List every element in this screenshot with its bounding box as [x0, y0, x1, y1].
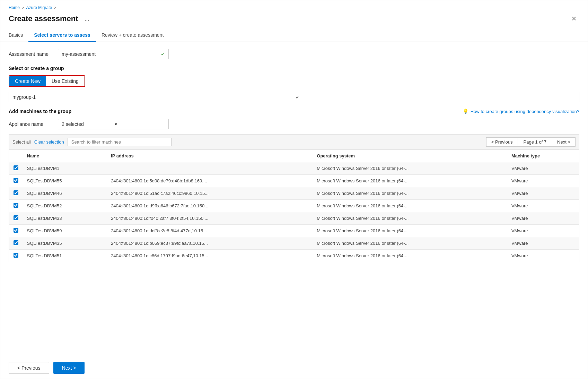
- row-checkbox[interactable]: [14, 178, 18, 183]
- row-type: VMware: [507, 225, 579, 237]
- row-os: Microsoft Windows Server 2016 or later (…: [313, 162, 507, 175]
- select-all-label[interactable]: Select all: [12, 139, 31, 145]
- row-checkbox[interactable]: [14, 165, 18, 170]
- ellipsis-button[interactable]: ...: [82, 15, 92, 23]
- group-name-value: mygroup-1: [12, 94, 293, 100]
- table-row: SQLTestDBVM552404:f801:4800:1c:5d08:de79…: [9, 175, 579, 187]
- help-link-text: How to create groups using dependency vi…: [471, 109, 579, 114]
- table-row: SQLTestDBVM592404:f801:4800:1c:dcf3:e2e8…: [9, 225, 579, 237]
- row-checkbox[interactable]: [14, 240, 18, 245]
- row-ip: 2404:f801:4800:1c:5d08:de79:d48b:1db8,16…: [107, 175, 313, 187]
- appliance-selected-value: 2 selected: [62, 121, 112, 127]
- page-title: Create assessment: [9, 14, 78, 23]
- row-checkbox-cell: [9, 225, 23, 237]
- assessment-name-row: Assessment name ✓: [9, 49, 579, 59]
- tab-basics[interactable]: Basics: [9, 29, 28, 42]
- breadcrumb-azure-migrate[interactable]: Azure Migrate: [26, 5, 52, 10]
- tabs-container: Basics Select servers to assess Review +…: [0, 29, 588, 42]
- row-os: Microsoft Windows Server 2016 or later (…: [313, 237, 507, 250]
- col-name: Name: [23, 150, 107, 162]
- prev-page-button[interactable]: < Previous: [486, 137, 518, 147]
- table-row: SQLTestDBVM462404:f801:4800:1c:51ac:c7a2…: [9, 187, 579, 200]
- row-os: Microsoft Windows Server 2016 or later (…: [313, 175, 507, 187]
- assessment-name-input[interactable]: [62, 51, 158, 57]
- row-ip: 2404:f801:4800:1c:c86d:1797:f9ad:6e47,10…: [107, 250, 313, 262]
- page-header: Create assessment ... ✕: [0, 11, 588, 29]
- row-ip: [107, 162, 313, 175]
- help-link[interactable]: 💡 How to create groups using dependency …: [463, 109, 579, 114]
- row-name: SQLTestDBVM46: [23, 187, 107, 200]
- appliance-label: Appliance name: [9, 121, 54, 127]
- col-type: Machine type: [507, 150, 579, 162]
- main-content: Assessment name ✓ Select or create a gro…: [0, 42, 588, 357]
- row-type: VMware: [507, 162, 579, 175]
- search-filter-input[interactable]: [68, 138, 172, 146]
- tab-select-servers[interactable]: Select servers to assess: [28, 29, 96, 42]
- row-name: SQLTestDBVM33: [23, 212, 107, 225]
- table-header-row: Name IP address Operating system Machine…: [9, 150, 579, 162]
- appliance-dropdown[interactable]: 2 selected ▾: [58, 119, 169, 129]
- group-name-check-icon: ✓: [296, 94, 576, 100]
- row-type: VMware: [507, 212, 579, 225]
- row-ip: 2404:f801:4800:1c:d9ff:a646:b672:7fae,10…: [107, 200, 313, 212]
- breadcrumb-sep1: >: [22, 6, 24, 10]
- row-os: Microsoft Windows Server 2016 or later (…: [313, 225, 507, 237]
- breadcrumb-sep2: >: [54, 6, 56, 10]
- use-existing-button[interactable]: Use Existing: [46, 76, 85, 86]
- tab-review[interactable]: Review + create assessment: [96, 29, 169, 42]
- table-row: SQLTestDBVM1Microsoft Windows Server 201…: [9, 162, 579, 175]
- row-checkbox-cell: [9, 250, 23, 262]
- row-os: Microsoft Windows Server 2016 or later (…: [313, 187, 507, 200]
- table-toolbar: Select all Clear selection < Previous Pa…: [9, 134, 579, 149]
- table-row: SQLTestDBVM352404:f801:4800:1c:b059:ec37…: [9, 237, 579, 250]
- row-checkbox[interactable]: [14, 203, 18, 208]
- row-name: SQLTestDBVM59: [23, 225, 107, 237]
- next-page-button[interactable]: Next >: [552, 137, 576, 147]
- row-type: VMware: [507, 187, 579, 200]
- row-type: VMware: [507, 175, 579, 187]
- bottom-previous-button[interactable]: < Previous: [9, 362, 49, 374]
- row-checkbox[interactable]: [14, 190, 18, 195]
- row-type: VMware: [507, 250, 579, 262]
- breadcrumb-home[interactable]: Home: [9, 5, 20, 10]
- close-button[interactable]: ✕: [569, 14, 579, 24]
- page-title-row: Create assessment ...: [9, 14, 92, 23]
- row-name: SQLTestDBVM1: [23, 162, 107, 175]
- col-checkbox: [9, 150, 23, 162]
- row-checkbox[interactable]: [14, 215, 18, 220]
- row-type: VMware: [507, 200, 579, 212]
- row-ip: 2404:f801:4800:1c:dcf3:e2e8:8f4d:477d,10…: [107, 225, 313, 237]
- row-checkbox-cell: [9, 187, 23, 200]
- bottom-next-button[interactable]: Next >: [53, 362, 85, 374]
- row-checkbox-cell: [9, 200, 23, 212]
- bulb-icon: 💡: [463, 109, 468, 114]
- assessment-name-check-icon: ✓: [161, 51, 165, 57]
- row-checkbox-cell: [9, 212, 23, 225]
- page-wrapper: Home > Azure Migrate > Create assessment…: [0, 0, 588, 379]
- table-body: SQLTestDBVM1Microsoft Windows Server 201…: [9, 162, 579, 262]
- row-type: VMware: [507, 237, 579, 250]
- create-new-button[interactable]: Create New: [9, 76, 46, 86]
- group-name-input-wrapper: mygroup-1 ✓: [9, 92, 579, 102]
- table-row: SQLTestDBVM512404:f801:4800:1c:c86d:1797…: [9, 250, 579, 262]
- row-name: SQLTestDBVM55: [23, 175, 107, 187]
- table-row: SQLTestDBVM332404:f801:4800:1c:f040:2af7…: [9, 212, 579, 225]
- row-ip: 2404:f801:4800:1c:f040:2af7:3f04:2f54,10…: [107, 212, 313, 225]
- toolbar-right: < Previous Page 1 of 7 Next >: [486, 137, 576, 147]
- row-os: Microsoft Windows Server 2016 or later (…: [313, 212, 507, 225]
- group-button-container: Create New Use Existing: [9, 75, 85, 87]
- row-checkbox[interactable]: [14, 228, 18, 233]
- row-name: SQLTestDBVM35: [23, 237, 107, 250]
- row-name: SQLTestDBVM51: [23, 250, 107, 262]
- group-section-title: Select or create a group: [9, 66, 579, 71]
- row-ip: 2404:f801:4800:1c:b059:ec37:89fc:aa7a,10…: [107, 237, 313, 250]
- row-checkbox-cell: [9, 175, 23, 187]
- appliance-row: Appliance name 2 selected ▾: [9, 119, 579, 129]
- row-checkbox[interactable]: [14, 253, 18, 258]
- assessment-name-input-wrapper: ✓: [58, 49, 169, 59]
- bottom-bar: < Previous Next >: [0, 357, 588, 379]
- data-table: Name IP address Operating system Machine…: [9, 149, 579, 262]
- toolbar-left: Select all Clear selection: [12, 138, 172, 146]
- clear-selection-link[interactable]: Clear selection: [34, 139, 64, 145]
- add-machines-title: Add machines to the group: [9, 109, 71, 114]
